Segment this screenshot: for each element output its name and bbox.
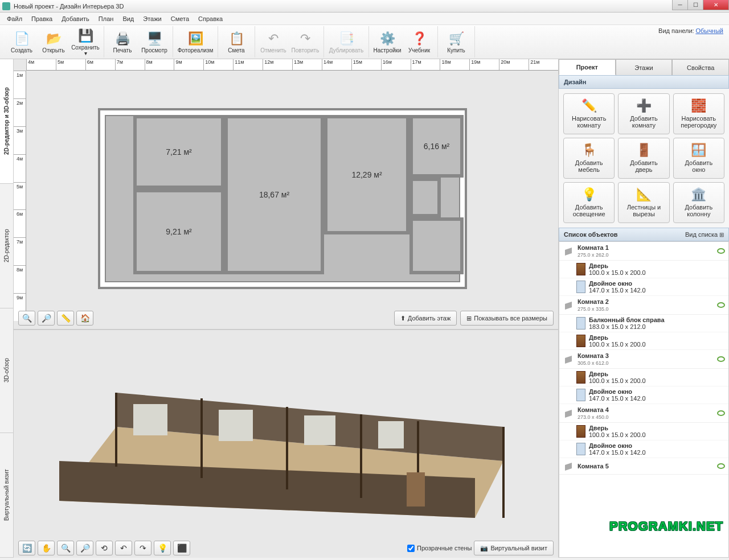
menu-Файл[interactable]: Файл (2, 14, 27, 24)
design-Добавить-колонну[interactable]: 🏛️Добавитьколонну (673, 182, 724, 223)
design-Добавить-освещение[interactable]: 💡Добавитьосвещение (563, 182, 615, 223)
preview-icon: 🖥️ (146, 31, 162, 47)
redo-icon: ↷ (297, 31, 313, 47)
measure-icon[interactable]: 📏 (57, 311, 74, 326)
show-dimensions-button[interactable]: ⊞ Показывать все размеры (460, 311, 554, 326)
design-Добавить-окно[interactable]: 🪟Добавитьокно (673, 138, 724, 179)
preview-button[interactable]: 🖥️Просмотр (138, 26, 170, 58)
panel-mode-link[interactable]: Обычный (695, 27, 723, 34)
save-button[interactable]: 💾Сохранить ▾ (69, 26, 101, 58)
win-icon (576, 281, 585, 293)
room[interactable]: 7,21 м² (133, 115, 224, 189)
visibility-icon[interactable] (717, 356, 725, 362)
minimize-button[interactable]: ─ (672, 0, 688, 10)
open-icon: 📂 (46, 31, 62, 47)
estimate-button[interactable]: 📋Смета (220, 26, 252, 58)
add-floor-button[interactable]: ⬆ Добавить этаж (394, 311, 457, 326)
door-icon (576, 371, 585, 384)
menu-Вид[interactable]: Вид (118, 14, 138, 24)
scene-3d[interactable] (42, 341, 509, 529)
design-Добавить-дверь[interactable]: 🚪Добавитьдверь (618, 138, 669, 179)
wall-icon[interactable]: ⬛ (173, 541, 190, 555)
zoom-out-icon[interactable]: 🔍 (18, 311, 35, 326)
close-button[interactable]: ✕ (703, 0, 729, 10)
side-tab-Свойства[interactable]: Свойства (672, 59, 729, 75)
object-room[interactable]: Комната 2275.0 x 335.0 (559, 296, 728, 315)
side-tab-Этажи[interactable]: Этажи (616, 59, 673, 75)
room[interactable]: 9,21 м² (133, 189, 224, 274)
room[interactable]: 6,16 м² (409, 115, 464, 178)
watermark: PROGRAMKI.NET (609, 519, 723, 534)
object-item[interactable]: Дверь100.0 x 15.0 x 200.0 (559, 369, 728, 386)
open-button[interactable]: 📂Открыть (38, 26, 69, 58)
object-list[interactable]: Комната 1275.0 x 262.0Дверь100.0 x 15.0 … (559, 241, 729, 558)
print-button[interactable]: 🖨️Печать (107, 26, 138, 58)
sidebar: ПроектЭтажиСвойства Дизайн ✏️Нарисоватьк… (558, 59, 729, 558)
photoreal-button[interactable]: 🖼️Фотореализм (175, 26, 215, 58)
design-Нарисовать-перегородку[interactable]: 🧱Нарисоватьперегородку (673, 93, 724, 134)
pan-icon[interactable]: ✋ (38, 541, 55, 555)
left-tab-0[interactable]: 2D-редактор и 3D-обзор (0, 59, 13, 184)
menu-План[interactable]: План (94, 14, 118, 24)
duplicate-icon: 📑 (338, 31, 354, 47)
zoom-in-3d-icon[interactable]: 🔎 (76, 541, 93, 555)
canvas-2d[interactable]: 7,21 м²18,67 м²12,29 м²6,16 м²9,21 м² (26, 71, 556, 306)
room[interactable] (409, 178, 441, 217)
visibility-icon[interactable] (717, 410, 725, 416)
manual-button[interactable]: ❓Учебник (403, 26, 435, 58)
light-icon[interactable]: 💡 (154, 541, 171, 555)
svg-rect-9 (133, 404, 167, 435)
zoom-in-icon[interactable]: 🔎 (38, 311, 55, 326)
object-item[interactable]: Двойное окно147.0 x 15.0 x 142.0 (559, 440, 728, 458)
side-tab-Проект[interactable]: Проект (559, 59, 616, 75)
view-3d[interactable]: 🔄 ✋ 🔍 🔎 ⟲ ↶ ↷ 💡 ⬛ Прозрачные стены 📷 Вир… (14, 330, 558, 558)
visibility-icon[interactable] (717, 302, 725, 308)
menu-Справка[interactable]: Справка (194, 14, 227, 24)
menu-Этажи[interactable]: Этажи (138, 14, 166, 24)
menu-Смета[interactable]: Смета (166, 14, 194, 24)
left-tab-3[interactable]: Виртуальный визит (0, 433, 13, 558)
design-Нарисовать-комнату[interactable]: ✏️Нарисоватькомнату (563, 93, 615, 134)
settings-button[interactable]: ⚙️Настройки (371, 26, 403, 58)
visibility-icon[interactable] (717, 248, 725, 254)
object-item[interactable]: Дверь100.0 x 15.0 x 200.0 (559, 423, 728, 440)
reset-view-icon[interactable]: ⟲ (96, 541, 113, 555)
menu-Добавить[interactable]: Добавить (57, 14, 94, 24)
zoom-out-3d-icon[interactable]: 🔍 (57, 541, 74, 555)
room[interactable]: 18,67 м² (224, 115, 324, 274)
redo-view-icon[interactable]: ↷ (134, 541, 151, 555)
left-tab-2[interactable]: 3D-обзор (0, 308, 13, 433)
transparent-walls-checkbox[interactable]: Прозрачные стены (407, 545, 472, 552)
room[interactable]: 12,29 м² (324, 115, 409, 234)
object-room[interactable]: Комната 3305.0 x 612.0 (559, 350, 728, 369)
object-item[interactable]: Двойное окно147.0 x 15.0 x 142.0 (559, 386, 728, 404)
room-icon (563, 299, 574, 311)
buy-button[interactable]: 🛒Купить (440, 26, 472, 58)
object-room[interactable]: Комната 1275.0 x 262.0 (559, 242, 728, 261)
design-Добавить-комнату[interactable]: ➕Добавитькомнату (618, 93, 669, 134)
undo-view-icon[interactable]: ↶ (115, 541, 132, 555)
orbit-icon[interactable]: 🔄 (18, 541, 35, 555)
virtual-visit-button[interactable]: 📷 Виртуальный визит (474, 541, 554, 555)
svg-rect-11 (304, 415, 335, 445)
create-button[interactable]: 📄Создать (6, 26, 38, 58)
menu-Правка[interactable]: Правка (27, 14, 57, 24)
left-tab-1[interactable]: 2D-редактор (0, 184, 13, 308)
object-list-header: Список объектов Вид списка ⊞ (559, 228, 729, 241)
redo-button: ↷Повторить (289, 26, 321, 58)
floor-plan[interactable]: 7,21 м²18,67 м²12,29 м²6,16 м²9,21 м² (100, 110, 465, 287)
view-2d[interactable]: 4м5м6м7м8м9м10м11м12м13м14м15м16м17м18м1… (14, 59, 558, 330)
design-Добавить-мебель[interactable]: 🪑Добавитьмебель (563, 138, 615, 179)
maximize-button[interactable]: ☐ (687, 0, 703, 10)
object-room[interactable]: Комната 4273.0 x 450.0 (559, 404, 728, 423)
object-item[interactable]: Двойное окно147.0 x 15.0 x 142.0 (559, 278, 728, 296)
room[interactable] (409, 217, 464, 274)
object-item[interactable]: Балконный блок справа183.0 x 15.0 x 212.… (559, 315, 728, 332)
object-room[interactable]: Комната 5 (559, 458, 728, 475)
home-icon[interactable]: 🏠 (76, 311, 93, 326)
object-item[interactable]: Дверь100.0 x 15.0 x 200.0 (559, 332, 728, 350)
object-item[interactable]: Дверь100.0 x 15.0 x 200.0 (559, 261, 728, 278)
visibility-icon[interactable] (717, 463, 725, 469)
design-header: Дизайн (559, 75, 729, 89)
design-Лестницы и-вырезы[interactable]: 📐Лестницы ивырезы (618, 182, 669, 223)
